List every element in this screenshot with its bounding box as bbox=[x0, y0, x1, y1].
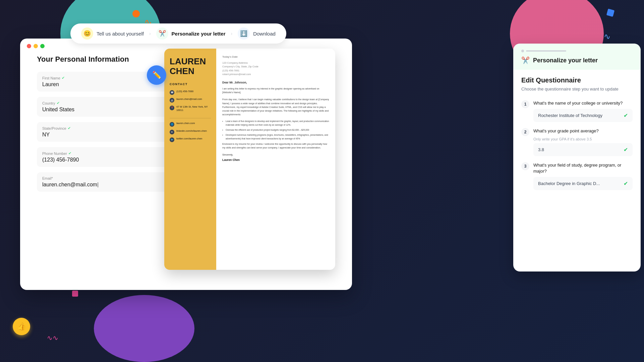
letter-name: LAUREN CHEN bbox=[170, 57, 211, 76]
right-panel-body: Edit Questionnaire Choose the questionna… bbox=[513, 70, 641, 203]
pencil-icon: ✏️ bbox=[152, 71, 161, 79]
step1-label: Tell us about yourself bbox=[97, 31, 144, 37]
minimize-dot[interactable] bbox=[34, 44, 38, 48]
contact-phone: ☎ (123) 456-7890 bbox=[170, 90, 211, 95]
letter-website: lauren.chen.com bbox=[176, 122, 195, 125]
letter-bullet3: Developed numerous marketing programs (l… bbox=[222, 133, 329, 140]
letter-phone: (123) 456-7890 bbox=[176, 90, 193, 93]
progress-bar bbox=[521, 50, 633, 52]
country-check: ✔ bbox=[57, 101, 60, 105]
maximize-dot[interactable] bbox=[40, 44, 45, 48]
q2-question: What's your grade point average? bbox=[533, 128, 633, 134]
letter-linkedin: linkedin.com/in/lauren.chen bbox=[176, 129, 207, 133]
questionnaire-item-2[interactable]: 2 What's your grade point average? Only … bbox=[521, 128, 633, 156]
q1-answer-box: Rochester Institute of Technology ✔ bbox=[533, 109, 633, 122]
letter-email: lauren.chen@mail.com bbox=[176, 98, 202, 101]
location-dot: 📍 bbox=[170, 106, 174, 110]
thumbs-up-badge: 👍 bbox=[13, 318, 30, 335]
q3-number: 3 bbox=[521, 162, 529, 170]
contact-website: 🌐 lauren.chen.com bbox=[170, 122, 211, 127]
state-label: State/Province ✔ bbox=[42, 126, 178, 130]
q3-check-icon: ✔ bbox=[624, 180, 628, 187]
q2-number: 2 bbox=[521, 128, 529, 136]
phone-check: ✔ bbox=[68, 151, 71, 156]
letter-inner: LAUREN CHEN CONTACT ☎ (123) 456-7890 @ l… bbox=[164, 49, 335, 270]
q2-answer-box: 3.8 ✔ bbox=[533, 143, 633, 156]
country-label: Country ✔ bbox=[42, 101, 178, 105]
scissors-icon: ✂️ bbox=[156, 27, 168, 40]
contact-linkedin: in linkedin.com/in/lauren.chen bbox=[170, 129, 211, 134]
q3-answer: Bachelor Degree in Graphic D... bbox=[538, 181, 600, 186]
state-check: ✔ bbox=[68, 126, 71, 130]
questionnaire-item-3[interactable]: 3 What's your field of study, degree pro… bbox=[521, 162, 633, 190]
nav-step-1[interactable]: 😊 Tell us about yourself bbox=[81, 27, 144, 40]
step3-label: Download bbox=[253, 31, 276, 37]
q1-number: 1 bbox=[521, 100, 529, 108]
email-dot: @ bbox=[170, 98, 174, 103]
right-panel-scissors-icon: ✂️ bbox=[521, 56, 530, 64]
country-value: United States bbox=[42, 107, 178, 113]
edit-fab-button[interactable]: ✏️ bbox=[147, 65, 166, 85]
top-navigation: 😊 Tell us about yourself › ✂️ Personaliz… bbox=[70, 23, 286, 44]
step2-label: Personalize your letter bbox=[172, 31, 226, 37]
country-field[interactable]: Country ✔ United States bbox=[37, 97, 183, 117]
download-icon: ⬇️ bbox=[238, 27, 250, 40]
q1-question: What's the name of your college or unive… bbox=[533, 100, 633, 106]
nav-step-3[interactable]: ⬇️ Download bbox=[238, 27, 276, 40]
letter-bullet1: Lead a team of five designers to develop… bbox=[222, 120, 329, 127]
linkedin-dot: in bbox=[170, 130, 174, 134]
letter-closing: Sincerely, bbox=[222, 153, 329, 156]
nav-step-2[interactable]: ✂️ Personalize your letter bbox=[156, 27, 226, 40]
state-value: NY bbox=[42, 132, 178, 138]
web-dot: 🌐 bbox=[170, 122, 174, 127]
q1-check-icon: ✔ bbox=[624, 112, 628, 119]
letter-contact-title: CONTACT bbox=[170, 82, 211, 86]
letter-salutation: Dear Mr. Johnson, bbox=[222, 81, 329, 84]
right-panel-header-row: ✂️ Personalize your letter bbox=[521, 56, 633, 64]
state-field[interactable]: State/Province ✔ NY bbox=[37, 122, 183, 142]
smiley-icon: 😊 bbox=[81, 27, 93, 40]
edit-questionnaire-title: Edit Questionnaire bbox=[521, 76, 633, 84]
deco-pink-square bbox=[72, 291, 78, 297]
contact-address: 📍 47 W 13th St, New York, NY 10011 bbox=[170, 105, 211, 112]
letter-twitter: twitter.com/lauren-chen bbox=[176, 137, 202, 140]
q1-content: What's the name of your college or unive… bbox=[533, 100, 633, 122]
q2-check-icon: ✔ bbox=[624, 146, 628, 153]
q3-answer-box: Bachelor Degree in Graphic D... ✔ bbox=[533, 177, 633, 190]
letter-date: Today's Date bbox=[222, 55, 329, 58]
questionnaire-item-1[interactable]: 1 What's the name of your college or uni… bbox=[521, 100, 633, 122]
letter-divider bbox=[170, 118, 211, 118]
progress-dot-1 bbox=[521, 50, 524, 52]
deco-squiggle-pink: ∿∿ bbox=[47, 334, 58, 342]
twitter-dot: 🐦 bbox=[170, 137, 174, 142]
chevron-icon-2: › bbox=[231, 31, 233, 36]
deco-purple-circle bbox=[94, 295, 194, 362]
letter-sidebar: LAUREN CHEN CONTACT ☎ (123) 456-7890 @ l… bbox=[164, 49, 216, 270]
right-panel-header: ✂️ Personalize your letter bbox=[513, 44, 641, 70]
phone-dot: ☎ bbox=[170, 90, 174, 95]
right-panel-title: Personalize your letter bbox=[533, 57, 598, 64]
progress-track bbox=[526, 50, 566, 52]
letter-preview-card: LAUREN CHEN CONTACT ☎ (123) 456-7890 @ l… bbox=[164, 49, 335, 270]
deco-orange-dot bbox=[132, 10, 140, 17]
letter-address: 47 W 13th St, New York, NY 10011 bbox=[176, 105, 211, 112]
right-panel: ✂️ Personalize your letter Edit Question… bbox=[513, 44, 641, 272]
contact-email: @ lauren.chen@mail.com bbox=[170, 98, 211, 103]
q2-content: What's your grade point average? Only wr… bbox=[533, 128, 633, 156]
letter-para3: Enclosed is my resume for your review. I… bbox=[222, 142, 329, 149]
thumbs-up-icon: 👍 bbox=[17, 322, 26, 331]
q3-question: What's your field of study, degree progr… bbox=[533, 162, 633, 174]
chevron-icon-1: › bbox=[149, 31, 151, 36]
q2-sub-text: Only write your GPA if it's above 3.5 bbox=[533, 137, 633, 141]
letter-company-address: 123 Company Address Company's City, Stat… bbox=[222, 61, 329, 76]
q2-answer: 3.8 bbox=[538, 147, 544, 152]
deco-blue-square bbox=[606, 9, 614, 17]
first-name-check: ✔ bbox=[62, 76, 65, 80]
edit-questionnaire-desc: Choose the questionnaire step you want t… bbox=[521, 86, 633, 92]
q3-content: What's your field of study, degree progr… bbox=[533, 162, 633, 190]
letter-body: Today's Date 123 Company Address Company… bbox=[216, 49, 335, 270]
close-dot[interactable] bbox=[27, 44, 31, 48]
letter-bullet2: Oversaw the efficient use of production … bbox=[222, 128, 329, 132]
contact-twitter: 🐦 twitter.com/lauren-chen bbox=[170, 137, 211, 142]
letter-signature: Lauren Chen bbox=[222, 158, 329, 162]
